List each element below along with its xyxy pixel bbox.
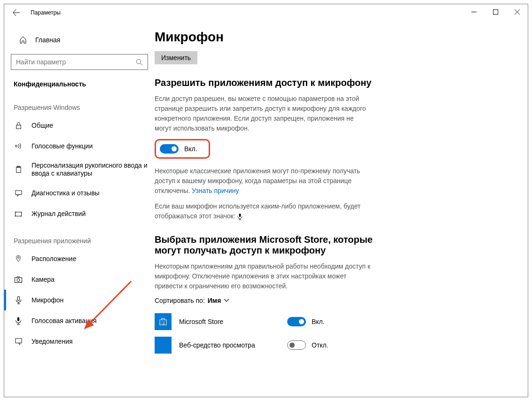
section-choose-apps: Выбрать приложения Microsoft Store, кото… bbox=[155, 234, 390, 256]
search-box[interactable] bbox=[11, 54, 148, 70]
svg-rect-17 bbox=[17, 277, 20, 278]
toggle-state-label: Вкл. bbox=[312, 318, 325, 325]
speech-icon bbox=[14, 142, 23, 150]
sidebar-item-location[interactable]: Расположение bbox=[4, 248, 155, 269]
sidebar-item-notifications[interactable]: Уведомления bbox=[4, 331, 155, 352]
microphone-icon bbox=[14, 296, 23, 304]
svg-rect-19 bbox=[17, 317, 19, 321]
desc-choose-apps: Некоторым приложениям для правильной раб… bbox=[155, 262, 371, 291]
svg-rect-21 bbox=[239, 213, 241, 216]
chevron-down-icon bbox=[224, 299, 229, 302]
notifications-icon bbox=[14, 338, 23, 345]
svg-rect-24 bbox=[163, 321, 164, 323]
home-link[interactable]: Главная bbox=[4, 31, 155, 49]
desc-classic-apps: Некоторые классические приложения могут … bbox=[155, 166, 371, 196]
sidebar-item-label: Журнал действий bbox=[31, 210, 148, 217]
sidebar-item-label: Голосовая активация bbox=[31, 317, 148, 324]
home-label: Главная bbox=[35, 36, 60, 44]
app-row-web-viewer: Веб-средство просмотра Откл. bbox=[155, 333, 509, 357]
annotation-highlight: Вкл. bbox=[155, 139, 210, 159]
app-tile-icon bbox=[155, 313, 172, 330]
close-button[interactable] bbox=[506, 4, 528, 19]
desc-mic-in-use: Если ваш микрофон используется каким-либ… bbox=[155, 201, 371, 221]
sidebar-item-label: Общие bbox=[31, 122, 148, 129]
sidebar-item-label: Голосовые функции bbox=[31, 142, 148, 150]
sidebar: Главная Конфиденциальность Разрешения Wi… bbox=[4, 21, 155, 397]
sidebar-item-speech[interactable]: Голосовые функции bbox=[4, 136, 155, 156]
sidebar-item-label: Камера bbox=[31, 276, 148, 283]
svg-rect-18 bbox=[17, 296, 19, 301]
learn-why-link[interactable]: Узнать причину bbox=[192, 187, 239, 194]
svg-rect-9 bbox=[15, 212, 21, 216]
search-icon bbox=[136, 59, 143, 66]
toggle-state-label: Вкл. bbox=[184, 145, 197, 153]
desc-allow-apps: Если доступ разрешен, вы можете с помощь… bbox=[155, 94, 371, 133]
sort-value: Имя bbox=[208, 297, 221, 304]
group-windows-permissions: Разрешения Windows bbox=[4, 91, 155, 115]
settings-window: Параметры Главная Конфиденциальность Раз… bbox=[4, 4, 528, 397]
sidebar-item-label: Персонализация рукописного ввода и ввода… bbox=[31, 162, 148, 178]
app-tile-icon bbox=[155, 337, 172, 354]
location-icon bbox=[14, 255, 23, 262]
maximize-button[interactable] bbox=[485, 4, 506, 19]
sidebar-item-camera[interactable]: Камера bbox=[4, 269, 155, 290]
allow-apps-toggle[interactable] bbox=[160, 144, 179, 154]
sidebar-item-microphone[interactable]: Микрофон bbox=[4, 290, 155, 310]
window-title: Параметры bbox=[31, 9, 61, 16]
change-button[interactable]: Изменить bbox=[155, 51, 197, 64]
svg-point-5 bbox=[16, 145, 17, 147]
camera-icon bbox=[14, 277, 23, 283]
activity-icon bbox=[14, 210, 23, 217]
back-button[interactable] bbox=[9, 5, 24, 20]
sidebar-item-label: Уведомления bbox=[31, 338, 148, 345]
svg-rect-25 bbox=[161, 323, 163, 324]
group-app-permissions: Разрешения приложений bbox=[4, 224, 155, 248]
svg-line-3 bbox=[141, 63, 142, 65]
app-name: Веб-средство просмотра bbox=[179, 341, 287, 349]
main-content: Микрофон Изменить Разрешить приложениям … bbox=[155, 21, 528, 397]
titlebar: Параметры bbox=[4, 4, 528, 21]
voice-activation-icon bbox=[14, 317, 23, 325]
svg-point-16 bbox=[17, 278, 20, 281]
svg-point-14 bbox=[17, 257, 19, 259]
clipboard-icon bbox=[14, 166, 23, 173]
home-icon bbox=[19, 36, 27, 44]
category-header: Конфиденциальность bbox=[4, 70, 155, 91]
minimize-button[interactable] bbox=[463, 4, 485, 19]
app-row-microsoft-store: Microsoft Store Вкл. bbox=[155, 310, 509, 333]
svg-rect-23 bbox=[161, 321, 163, 323]
app-toggle[interactable] bbox=[287, 317, 306, 326]
svg-point-2 bbox=[136, 59, 141, 63]
search-input[interactable] bbox=[16, 58, 136, 66]
svg-rect-1 bbox=[493, 9, 498, 14]
sidebar-item-diagnostics[interactable]: Диагностика и отзывы bbox=[4, 183, 155, 203]
svg-rect-4 bbox=[16, 125, 20, 129]
svg-rect-26 bbox=[163, 323, 164, 324]
sort-dropdown[interactable]: Сортировать по: Имя bbox=[155, 297, 509, 304]
lock-icon bbox=[14, 122, 23, 129]
app-toggle[interactable] bbox=[287, 340, 306, 350]
sidebar-item-label: Расположение bbox=[31, 255, 148, 262]
svg-rect-8 bbox=[15, 190, 21, 194]
svg-rect-20 bbox=[15, 338, 21, 342]
section-allow-apps: Разрешить приложениям доступ к микрофону bbox=[155, 77, 390, 88]
sidebar-item-general[interactable]: Общие bbox=[4, 115, 155, 136]
sidebar-item-label: Микрофон bbox=[31, 296, 148, 304]
page-title: Микрофон bbox=[155, 30, 509, 45]
sort-label: Сортировать по: bbox=[155, 297, 205, 304]
sidebar-item-inking[interactable]: Персонализация рукописного ввода и ввода… bbox=[4, 156, 155, 183]
sidebar-item-label: Диагностика и отзывы bbox=[31, 189, 148, 197]
app-name: Microsoft Store bbox=[179, 318, 287, 325]
feedback-icon bbox=[14, 190, 23, 197]
sidebar-item-voice-activation[interactable]: Голосовая активация bbox=[4, 310, 155, 331]
sidebar-item-activity[interactable]: Журнал действий bbox=[4, 203, 155, 224]
toggle-state-label: Откл. bbox=[312, 341, 329, 349]
microphone-icon bbox=[237, 213, 243, 220]
